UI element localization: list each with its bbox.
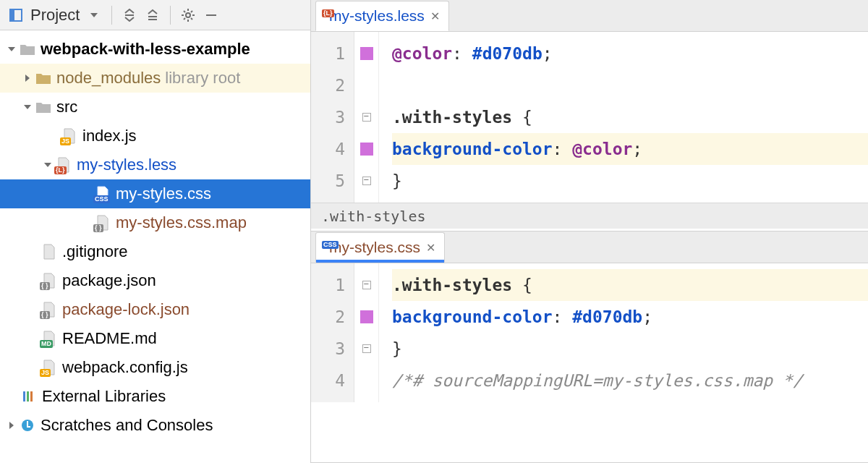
code-editor-css[interactable]: 1 2 3 4 .with-styles { background-color:… bbox=[311, 263, 868, 402]
token-punc: ; bbox=[642, 307, 652, 326]
select-opened-file-icon[interactable] bbox=[119, 5, 140, 25]
project-tool-window: Project webpack-with-less-e bbox=[0, 0, 311, 463]
chevron-right-icon[interactable] bbox=[4, 421, 19, 430]
folder-icon bbox=[35, 101, 52, 113]
editor-tabs-top: {L} my-styles.less ✕ bbox=[311, 0, 868, 32]
src-label: src bbox=[56, 99, 77, 115]
line-number: 2 bbox=[311, 69, 345, 101]
color-swatch-icon[interactable] bbox=[360, 143, 373, 156]
fold-toggle-icon[interactable] bbox=[362, 113, 371, 122]
gutter-css: 1 2 3 4 bbox=[311, 263, 354, 402]
tree-index-js[interactable]: JS index.js bbox=[0, 122, 310, 150]
tree-readme[interactable]: MD README.md bbox=[0, 324, 310, 353]
fold-toggle-icon[interactable] bbox=[362, 344, 371, 353]
tree-root[interactable]: webpack-with-less-example bbox=[0, 35, 310, 64]
tree-external-libraries[interactable]: External Libraries bbox=[0, 382, 310, 411]
tree-package-lock[interactable]: { } package-lock.json bbox=[0, 295, 310, 324]
tree-package-json[interactable]: { } package.json bbox=[0, 266, 310, 295]
svg-rect-26 bbox=[27, 426, 30, 428]
hide-tool-window-icon[interactable] bbox=[201, 5, 221, 25]
package-json-label: package.json bbox=[62, 273, 156, 289]
token-punc: : bbox=[452, 44, 472, 63]
readme-label: README.md bbox=[62, 331, 157, 347]
token-variable: @color bbox=[572, 140, 632, 158]
view-mode-dropdown-icon[interactable] bbox=[84, 5, 104, 25]
chevron-down-icon[interactable] bbox=[20, 103, 35, 111]
svg-marker-17 bbox=[25, 75, 30, 82]
my-styles-css-map-label: my-styles.css.map bbox=[116, 215, 247, 231]
svg-marker-18 bbox=[24, 105, 31, 109]
scratches-label: Scratches and Consoles bbox=[41, 417, 213, 433]
gutter-marks-less bbox=[354, 32, 379, 203]
gutter-less: 1 2 3 4 5 bbox=[311, 32, 354, 203]
tab-my-styles-less[interactable]: {L} my-styles.less ✕ bbox=[315, 1, 449, 31]
line-number: 4 bbox=[311, 133, 345, 165]
tree-my-styles-css[interactable]: CSS my-styles.css bbox=[0, 179, 310, 208]
tree-webpack-config[interactable]: JS webpack.config.js bbox=[0, 353, 310, 382]
editor-pane-less: {L} my-styles.less ✕ 1 2 3 4 5 bbox=[311, 0, 868, 232]
token-punc: } bbox=[392, 339, 402, 358]
tree-root-label: webpack-with-less-example bbox=[41, 41, 250, 57]
tree-my-styles-less[interactable]: {L} my-styles.less bbox=[0, 150, 310, 179]
json-file-icon: { } bbox=[41, 273, 58, 289]
js-file-icon: JS bbox=[61, 128, 78, 144]
line-number: 3 bbox=[311, 101, 345, 133]
project-tool-title: Project bbox=[30, 6, 80, 25]
chevron-down-icon[interactable] bbox=[4, 45, 19, 54]
settings-gear-icon[interactable] bbox=[178, 5, 198, 25]
svg-marker-2 bbox=[90, 13, 98, 17]
close-tab-icon[interactable]: ✕ bbox=[430, 9, 440, 23]
chevron-down-icon[interactable] bbox=[41, 161, 55, 169]
svg-rect-5 bbox=[148, 19, 157, 20]
tree-node-modules[interactable]: node_modules library root bbox=[0, 64, 310, 93]
package-lock-label: package-lock.json bbox=[62, 302, 190, 318]
line-number: 1 bbox=[311, 269, 345, 301]
tree-my-styles-css-map[interactable]: { } my-styles.css.map bbox=[0, 208, 310, 237]
expand-all-icon[interactable] bbox=[142, 5, 163, 25]
svg-marker-16 bbox=[8, 47, 15, 51]
line-number: 4 bbox=[311, 365, 345, 396]
token-comment: /*# sourceMappingURL=my-styles.css.map *… bbox=[392, 371, 803, 390]
node-modules-label: node_modules bbox=[56, 70, 161, 86]
close-tab-icon[interactable]: ✕ bbox=[426, 241, 435, 255]
index-js-label: index.js bbox=[82, 128, 137, 144]
token-selector: .with-styles bbox=[392, 108, 512, 127]
token-punc: : bbox=[553, 140, 573, 158]
code-lines-less[interactable]: @color: #d070db; .with-styles { backgrou… bbox=[379, 32, 868, 203]
token-punc: { bbox=[512, 276, 532, 294]
breadcrumb-segment[interactable]: .with-styles bbox=[321, 208, 426, 225]
token-punc: ; bbox=[542, 44, 553, 63]
code-editor-less[interactable]: 1 2 3 4 5 @color: #d070db; .with-style bbox=[311, 32, 868, 203]
tab-my-styles-css[interactable]: CSS my-styles.css ✕ bbox=[315, 232, 445, 263]
color-swatch-icon[interactable] bbox=[360, 310, 373, 323]
tree-gitignore[interactable]: .gitignore bbox=[0, 237, 310, 266]
color-swatch-icon[interactable] bbox=[360, 47, 373, 60]
gutter-marks-css bbox=[354, 263, 379, 402]
fold-toggle-icon[interactable] bbox=[362, 281, 371, 289]
folder-icon bbox=[19, 43, 36, 55]
svg-rect-25 bbox=[27, 421, 28, 426]
svg-line-12 bbox=[191, 18, 192, 20]
token-punc: ; bbox=[632, 140, 642, 158]
svg-marker-19 bbox=[44, 163, 51, 167]
line-number: 5 bbox=[311, 165, 345, 197]
svg-point-6 bbox=[186, 13, 190, 17]
json-file-icon: { } bbox=[94, 215, 111, 231]
svg-marker-23 bbox=[9, 422, 14, 429]
tree-src[interactable]: src bbox=[0, 93, 310, 122]
text-file-icon bbox=[41, 244, 58, 260]
project-tree[interactable]: webpack-with-less-example node_modules l… bbox=[0, 30, 310, 463]
fold-toggle-icon[interactable] bbox=[362, 177, 371, 185]
tree-scratches[interactable]: Scratches and Consoles bbox=[0, 411, 310, 440]
editor-breadcrumb-less[interactable]: .with-styles bbox=[311, 203, 868, 229]
svg-rect-20 bbox=[23, 391, 25, 402]
project-window-icon bbox=[6, 5, 26, 25]
js-file-icon: JS bbox=[41, 360, 58, 375]
svg-rect-22 bbox=[30, 391, 33, 402]
editor-tabs-bottom: CSS my-styles.css ✕ bbox=[311, 232, 868, 263]
code-lines-css[interactable]: .with-styles { background-color: #d070db… bbox=[379, 263, 868, 402]
gitignore-label: .gitignore bbox=[62, 244, 128, 260]
chevron-right-icon[interactable] bbox=[20, 74, 35, 82]
external-libraries-label: External Libraries bbox=[42, 388, 166, 404]
token-punc: : bbox=[553, 307, 573, 326]
